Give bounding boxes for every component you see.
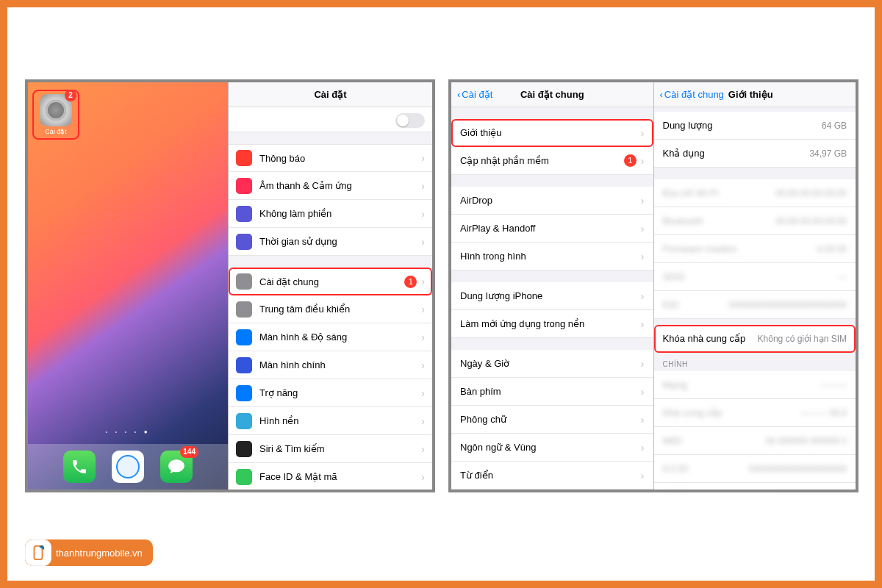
update-badge: 1 (624, 154, 637, 167)
dock: 144 (28, 444, 228, 490)
cell-control[interactable]: Trung tâm điều khiển› (229, 295, 432, 323)
cell-homescr[interactable]: Màn hình chính› (229, 351, 432, 379)
seid-row[interactable]: SEID— (654, 263, 856, 291)
thong-bao-icon (236, 150, 252, 166)
cell-am-thanh[interactable]: Âm thanh & Cảm ứng› (229, 172, 432, 200)
access-label: Trợ năng (259, 387, 421, 398)
meid-row[interactable]: MEID00000000000000 (654, 483, 856, 490)
compass-icon (116, 455, 140, 478)
dict-label: Từ điển (460, 470, 641, 481)
chevron-right-icon: › (421, 236, 425, 248)
cell-tgsd[interactable]: Thời gian sử dụng› (229, 228, 432, 256)
cell-display[interactable]: Màn hình & Độ sáng› (229, 323, 432, 351)
eid-row[interactable]: EID000000000000000000000000 (654, 291, 856, 319)
cell-access[interactable]: Trợ năng› (229, 379, 432, 407)
cell-faceid[interactable]: Face ID & Mật mã› (229, 463, 432, 490)
row-date[interactable]: Ngày & Giờ› (451, 350, 653, 378)
control-icon (236, 301, 252, 318)
klp-label: Không làm phiền (259, 208, 421, 219)
row-kb[interactable]: Bàn phím› (451, 378, 653, 406)
row-dict[interactable]: Từ điển› (451, 462, 653, 490)
chevron-right-icon: › (421, 359, 425, 371)
row-lang[interactable]: Ngôn ngữ & Vùng› (451, 434, 653, 462)
available-row[interactable]: Khả dụng34,97 GB (654, 140, 856, 168)
carrier-lock-row[interactable]: Khóa nhà cung cấpKhông có giới hạn SIM (654, 325, 856, 353)
chevron-right-icon: › (421, 387, 425, 399)
chevron-right-icon: › (641, 318, 645, 330)
back-to-general[interactable]: ‹Cài đặt chung (660, 89, 724, 100)
chevron-right-icon: › (421, 180, 425, 192)
bluetooth-row[interactable]: Bluetooth00:00:00:00:00:00 (654, 207, 856, 235)
am-thanh-label: Âm thanh & Cảm ứng (259, 180, 421, 191)
safari-app-icon[interactable] (112, 451, 144, 483)
klp-icon (236, 206, 252, 222)
cell-general[interactable]: Cài đặt chung1› (229, 268, 432, 295)
row-pip[interactable]: Hình trong hình› (451, 243, 653, 270)
chevron-right-icon: › (421, 443, 425, 455)
storage-label: Dung lượng iPhone (460, 290, 641, 301)
chevron-right-icon: › (421, 471, 425, 483)
network-row[interactable]: Mạng——— (654, 371, 856, 399)
chevron-right-icon: › (421, 304, 425, 315)
font-label: Phông chữ (460, 414, 641, 425)
general-label: Cài đặt chung (259, 276, 404, 287)
panel-step1: 2 Cài đặt • • • • ● 144 Cài đặt Thông (25, 79, 435, 492)
messages-app-icon[interactable]: 144 (160, 451, 193, 483)
carrier-row[interactable]: Nhà cung cấp——— 00.0 (654, 399, 856, 427)
tgsd-label: Thời gian sử dụng (259, 236, 421, 247)
cell-wallpaper[interactable]: Hình nền› (229, 407, 432, 435)
gear-icon (46, 100, 66, 121)
phone-app-icon[interactable] (63, 451, 96, 483)
page-indicator: • • • • ● (28, 429, 228, 435)
about-label: Giới thiệu (460, 127, 641, 138)
chevron-right-icon: › (641, 195, 645, 207)
panel-step2-3: ‹Cài đặt Cài đặt chung Giới thiệu›Cập nh… (448, 79, 858, 492)
imei-row[interactable]: IMEI00 000000 000000 0 (654, 427, 856, 455)
svg-rect-0 (35, 546, 43, 559)
cell-klp[interactable]: Không làm phiền› (229, 200, 432, 228)
cell-siri[interactable]: Siri & Tìm kiếm› (229, 435, 432, 463)
row-update[interactable]: Cập nhật phần mềm1› (451, 147, 653, 175)
row-about[interactable]: Giới thiệu› (451, 119, 653, 147)
settings-badge: 2 (65, 90, 76, 101)
chevron-right-icon: › (641, 470, 645, 481)
bgapp-label: Làm mới ứng dụng trong nền (460, 318, 641, 329)
general-badge: 1 (404, 276, 417, 288)
row-storage[interactable]: Dung lượng iPhone› (451, 282, 653, 310)
wifi-addr-row[interactable]: Địa chỉ Wi-Fi00:00:00:00:00:00 (654, 179, 856, 207)
row-font[interactable]: Phông chữ› (451, 406, 653, 434)
chevron-right-icon: › (641, 414, 645, 426)
display-icon (236, 329, 252, 345)
airplay-label: AirPlay & Handoff (460, 223, 641, 234)
chevron-right-icon: › (421, 276, 425, 287)
faceid-label: Face ID & Mật mã (259, 471, 421, 482)
chevron-right-icon: › (641, 223, 645, 234)
settings-app-highlight: 2 Cài đặt (32, 90, 79, 140)
airplane-toggle-row[interactable] (229, 107, 432, 132)
section-main-label: CHÍNH (654, 353, 856, 371)
chevron-right-icon: › (421, 208, 425, 220)
brand-badge: thanhtrungmobile.vn (25, 539, 153, 566)
cell-thong-bao[interactable]: Thông báo› (229, 144, 432, 172)
iccid-row[interactable]: ICCID00000000000000000000 (654, 455, 856, 483)
row-airdrop[interactable]: AirDrop› (451, 187, 653, 215)
settings-app-icon[interactable]: 2 (40, 94, 72, 126)
row-bgapp[interactable]: Làm mới ứng dụng trong nền› (451, 310, 653, 338)
back-to-settings[interactable]: ‹Cài đặt (457, 89, 492, 100)
modem-row[interactable]: Firmware modem0.00.00 (654, 235, 856, 263)
chevron-right-icon: › (641, 358, 645, 370)
update-label: Cập nhật phần mềm (460, 155, 624, 166)
airdrop-label: AirDrop (460, 195, 641, 206)
settings-title: Cài đặt (229, 82, 432, 107)
row-airplay[interactable]: AirPlay & Handoff› (451, 215, 653, 243)
general-settings-list: ‹Cài đặt Cài đặt chung Giới thiệu›Cập nh… (451, 82, 654, 490)
display-label: Màn hình & Độ sáng (259, 331, 421, 343)
brand-text: thanhtrungmobile.vn (49, 548, 153, 559)
toggle-icon (395, 113, 425, 128)
settings-app-label: Cài đặt (35, 128, 76, 137)
homescr-label: Màn hình chính (259, 359, 421, 370)
chevron-left-icon: ‹ (457, 89, 460, 100)
wallpaper-label: Hình nền (259, 415, 421, 426)
capacity-row[interactable]: Dung lượng64 GB (654, 112, 856, 140)
chevron-right-icon: › (421, 331, 425, 343)
